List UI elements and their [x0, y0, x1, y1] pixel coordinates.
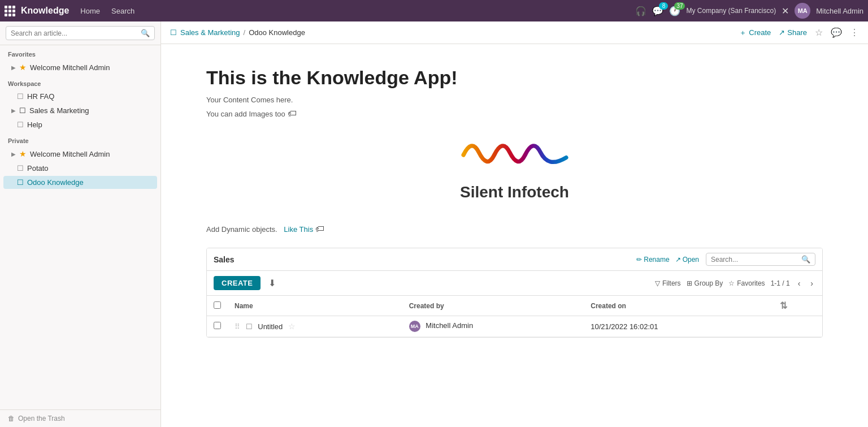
activity-icon-button[interactable]: 🕐 37: [669, 6, 680, 16]
pagination-next-button[interactable]: ›: [808, 278, 815, 289]
breadcrumb-separator: /: [244, 28, 246, 37]
admin-name: Mitchell Admin: [816, 7, 863, 15]
rename-button[interactable]: ✏ Rename: [636, 256, 669, 264]
logo-text: Silent Infotech: [460, 183, 569, 201]
kebab-menu-button[interactable]: ⋮: [850, 27, 859, 38]
workspace-label: Workspace: [0, 75, 160, 89]
col-created-on-header[interactable]: Created on: [584, 296, 773, 316]
sidebar-item-label: Potato: [27, 164, 49, 172]
create-button[interactable]: ＋ Create: [739, 28, 771, 38]
favorites-label: Favorites: [0, 45, 160, 60]
sidebar-item-label: Sales & Marketing: [29, 106, 89, 115]
row-created-on: 10/21/2022 16:02:01: [591, 322, 658, 331]
trash-icon: 🗑: [8, 415, 15, 422]
apps-grid-button[interactable]: [5, 6, 18, 16]
support-icon-button[interactable]: 🎧: [635, 6, 646, 16]
open-trash-button[interactable]: 🗑 Open the Trash: [0, 409, 160, 427]
filters-button[interactable]: ▽ Filters: [655, 279, 681, 287]
embedded-table: Sales ✏ Rename ↗ Open 🔍: [206, 248, 823, 338]
select-all-checkbox[interactable]: [214, 301, 221, 309]
avatar-initials: MA: [798, 7, 808, 14]
close-session-button[interactable]: ✕: [782, 6, 789, 16]
sidebar-item-welcome-fav[interactable]: ▶ ★ Welcome Mitchell Admin: [3, 61, 157, 74]
col-settings-header: ⇅: [773, 296, 822, 316]
trash-label: Open the Trash: [18, 415, 65, 422]
plus-icon: ＋: [739, 28, 747, 38]
external-link-icon: ↗: [675, 256, 681, 264]
dynamic-text: Add Dynamic objects. Like This 🏷: [206, 224, 823, 234]
breadcrumb-icon: ☐: [170, 28, 177, 37]
group-icon: ⊞: [687, 279, 692, 287]
grid-icon: [5, 6, 15, 16]
favorite-star-button[interactable]: ☆: [815, 27, 823, 38]
create-record-button[interactable]: CREATE: [214, 276, 261, 290]
download-button[interactable]: ⬇: [266, 275, 278, 291]
x-icon: ✕: [782, 6, 789, 16]
top-navigation: Knowledge Home Search 🎧 💬 8 🕐 37 My Comp…: [0, 0, 868, 21]
col-created-by-header[interactable]: Created by: [402, 296, 584, 316]
comment-icon-button[interactable]: 💬: [831, 27, 842, 38]
private-label: Private: [0, 132, 160, 146]
emoji-cursor-icon: 🏷: [315, 224, 324, 234]
silent-infotech-logo: [458, 132, 571, 178]
search-icon: 🔍: [141, 29, 150, 37]
nav-search[interactable]: Search: [111, 7, 134, 15]
share-icon: ↗: [779, 28, 785, 37]
article-title: This is the Knowledge App!: [206, 67, 823, 89]
row-created-on-cell: 10/21/2022 16:02:01: [584, 316, 773, 337]
table-search-box[interactable]: 🔍: [706, 253, 815, 266]
data-table: Name Created by Created on ⇅: [207, 296, 822, 337]
dynamic-link[interactable]: Like This: [284, 225, 313, 234]
sidebar-item-potato[interactable]: ☐ Potato: [3, 162, 157, 175]
chat-badge: 8: [659, 2, 668, 10]
row-checkbox[interactable]: [214, 322, 221, 329]
sidebar-search-area: 🔍: [0, 21, 160, 45]
logo-area: Silent Infotech: [206, 132, 823, 201]
table-toolbar: CREATE ⬇ ▽ Filters ⊞ Group By ☆ Favorite…: [207, 271, 822, 296]
main-content: ☐ Sales & Marketing / Odoo Knowledge ＋ C…: [161, 21, 868, 427]
sidebar-item-label: Welcome Mitchell Admin: [30, 63, 110, 72]
file-icon: ☐: [17, 92, 24, 101]
sidebar-item-hr-faq[interactable]: ☐ HR FAQ: [3, 90, 157, 103]
row-name[interactable]: Untitled: [258, 322, 283, 331]
breadcrumb-bar: ☐ Sales & Marketing / Odoo Knowledge ＋ C…: [161, 21, 868, 44]
file-icon: ☐: [17, 164, 24, 172]
avatar[interactable]: MA: [795, 3, 810, 19]
drag-handle-icon: ⠿: [235, 322, 240, 331]
sidebar-item-label: Help: [27, 120, 42, 129]
table-search-input[interactable]: [711, 256, 801, 264]
filter-icon: ▽: [655, 279, 660, 287]
app-brand: Knowledge: [5, 6, 69, 16]
sidebar-item-sales-marketing[interactable]: ▶ ☐ Sales & Marketing: [3, 104, 157, 117]
sidebar-item-welcome-private[interactable]: ▶ ★ Welcome Mitchell Admin: [3, 147, 157, 161]
row-created-by: Mitchell Admin: [426, 321, 473, 330]
col-name-header[interactable]: Name: [228, 296, 402, 316]
breadcrumb-parent[interactable]: Sales & Marketing: [180, 28, 240, 37]
group-by-button[interactable]: ⊞ Group By: [687, 279, 723, 287]
row-created-by-cell: MA Mitchell Admin: [402, 316, 584, 337]
favorites-filter-button[interactable]: ☆ Favorites: [728, 279, 765, 287]
star-icon: ★: [19, 149, 27, 158]
file-icon: ☐: [246, 322, 253, 331]
row-favorite-star[interactable]: ☆: [288, 322, 296, 331]
nav-home[interactable]: Home: [80, 7, 100, 15]
expand-icon: ▶: [11, 151, 16, 157]
breadcrumb: ☐ Sales & Marketing / Odoo Knowledge: [170, 28, 305, 37]
share-button[interactable]: ↗ Share: [779, 28, 807, 37]
file-icon: ☐: [19, 106, 26, 115]
expand-icon: ▶: [11, 64, 16, 71]
search-input[interactable]: [11, 29, 141, 37]
pagination-prev-button[interactable]: ‹: [796, 278, 803, 289]
column-settings-icon[interactable]: ⇅: [780, 301, 787, 310]
row-actions-cell: [773, 316, 822, 337]
support-icon: 🎧: [635, 6, 646, 16]
open-button[interactable]: ↗ Open: [675, 256, 699, 264]
row-name-cell: ⠿ ☐ Untitled ☆: [228, 316, 402, 337]
chat-icon-button[interactable]: 💬 8: [652, 6, 663, 16]
search-box[interactable]: 🔍: [6, 26, 155, 40]
sidebar-item-odoo-knowledge[interactable]: ☐ Odoo Knowledge: [3, 176, 157, 189]
sidebar-item-help[interactable]: ☐ Help: [3, 118, 157, 131]
sidebar: 🔍 Favorites ▶ ★ Welcome Mitchell Admin W…: [0, 21, 161, 427]
article-subtitle: Your Content Comes here.: [206, 96, 823, 104]
sidebar-item-label: Odoo Knowledge: [27, 178, 84, 187]
